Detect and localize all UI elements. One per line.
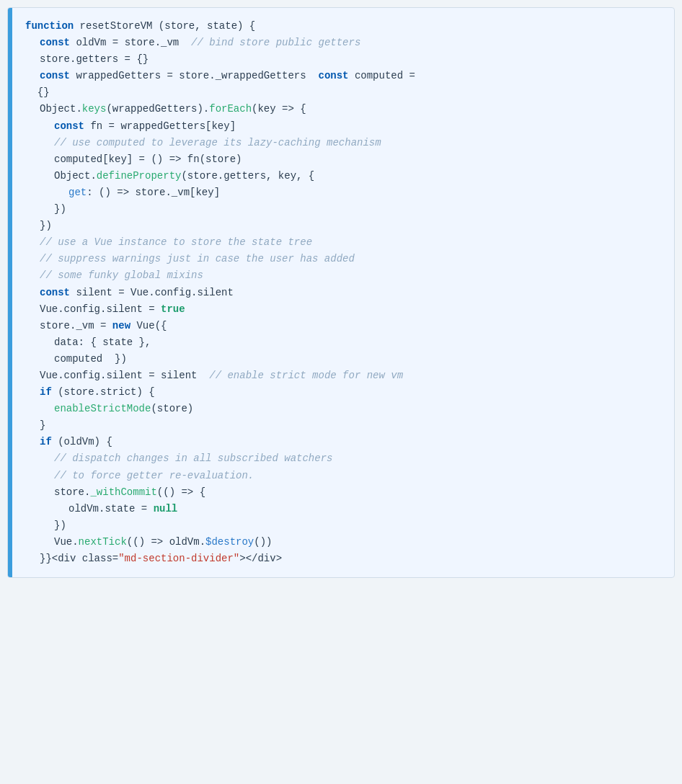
code-line: {} — [25, 84, 661, 101]
code-line: const oldVm = store._vm // bind store pu… — [25, 35, 661, 51]
code-line: Object.defineProperty(store.getters, key… — [25, 168, 661, 184]
code-line: }}<div class="md-section-divider"></div> — [25, 551, 661, 567]
code-line: // use computed to leverage its lazy-cac… — [25, 135, 661, 151]
code-line: }) — [25, 218, 661, 234]
code-line: store._vm = new Vue({ — [25, 318, 661, 334]
code-line: }) — [25, 517, 661, 534]
code-line: data: { state }, — [25, 334, 661, 351]
code-line: // use a Vue instance to store the state… — [25, 234, 661, 251]
code-line: // to force getter re-evaluation. — [25, 468, 661, 484]
code-line: }) — [25, 201, 661, 218]
code-line: get: () => store._vm[key] — [25, 184, 661, 201]
code-line: store.getters = {} — [25, 51, 661, 68]
code-line: function resetStoreVM (store, state) { — [25, 18, 661, 35]
code-line: computed[key] = () => fn(store) — [25, 151, 661, 168]
code-line: const silent = Vue.config.silent — [25, 285, 661, 301]
code-line: store._withCommit(() => { — [25, 484, 661, 501]
code-content: function resetStoreVM (store, state) { c… — [8, 8, 674, 577]
code-line: // some funky global mixins — [25, 267, 661, 284]
code-line: // dispatch changes in all subscribed wa… — [25, 450, 661, 467]
code-line: Object.keys(wrappedGetters).forEach(key … — [25, 101, 661, 117]
code-line: computed }) — [25, 351, 661, 368]
code-line: const wrappedGetters = store._wrappedGet… — [25, 68, 661, 84]
code-line: Vue.config.silent = true — [25, 301, 661, 318]
code-line: Vue.nextTick(() => oldVm.$destroy()) — [25, 534, 661, 551]
code-line: if (store.strict) { — [25, 384, 661, 401]
code-line: enableStrictMode(store) — [25, 401, 661, 417]
code-line: const fn = wrappedGetters[key] — [25, 118, 661, 135]
code-line: Vue.config.silent = silent // enable str… — [25, 368, 661, 384]
code-line: if (oldVm) { — [25, 434, 661, 450]
code-block-container: function resetStoreVM (store, state) { c… — [7, 7, 675, 578]
code-line: oldVm.state = null — [25, 501, 661, 517]
code-line: // suppress warnings just in case the us… — [25, 251, 661, 267]
code-line: } — [25, 417, 661, 434]
left-accent-bar — [8, 8, 12, 577]
